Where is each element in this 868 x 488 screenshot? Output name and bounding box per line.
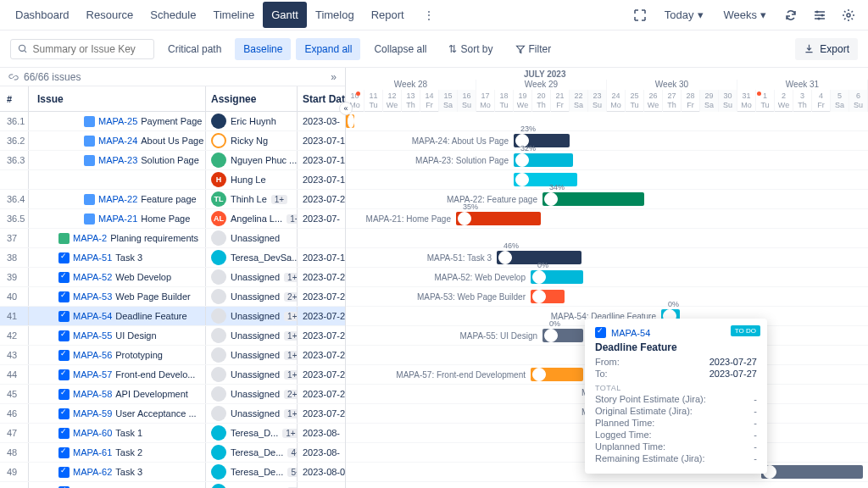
filter-button[interactable]: Filter [507, 38, 560, 60]
col-issue-header[interactable]: Issue [29, 86, 206, 111]
svg-point-0 [816, 10, 819, 13]
table-row[interactable]: HHung Le2023-07-1 [0, 170, 345, 190]
col-assignee-header[interactable]: Assignee [206, 86, 298, 111]
export-button[interactable]: Export [795, 38, 858, 60]
expand-timeline-icon[interactable]: « [339, 102, 353, 115]
table-row[interactable]: 43MAPA-56PrototypingUnassigned1+2023-07-… [0, 346, 345, 365]
tab-schedule[interactable]: Schedule [142, 2, 204, 28]
table-row[interactable]: 50MAPA-63Task 4Teresa_De...6+2023-09- [0, 482, 345, 488]
gantt-bar[interactable]: MAPA-62: task 3 [761, 465, 863, 479]
gantt-bar[interactable]: MAPA-21: Home Page35% [456, 212, 541, 225]
table-row[interactable]: 42MAPA-55UI DesignUnassigned1+2023-07-2 [0, 326, 345, 346]
tooltip-title: Deadline Feature [595, 341, 757, 353]
scale-select[interactable]: Weeks▾ [715, 3, 776, 26]
svg-point-4 [19, 45, 25, 51]
gantt-bar[interactable]: MAPA-22: Feature page34% [542, 192, 644, 206]
issue-count: 66/66 issues [24, 71, 81, 83]
table-row[interactable]: 44MAPA-57Front-end Develo...Unassigned1+… [0, 365, 345, 385]
sliders-icon[interactable] [807, 3, 832, 28]
table-row[interactable]: 40MAPA-53Web Page BuilderUnassigned2+202… [0, 287, 345, 307]
link-icon [8, 72, 19, 82]
gantt-bar[interactable]: MAPA-53: Web Page Builder [531, 290, 565, 303]
collapse-left-icon[interactable]: » [331, 71, 337, 83]
gantt-bar[interactable]: MAPA-55: UI Design0% [542, 329, 583, 342]
critical-path-button[interactable]: Critical path [159, 38, 230, 60]
more-icon[interactable]: ⋮ [416, 3, 442, 28]
search-icon [18, 43, 28, 54]
gantt-chart[interactable]: « JULY 2023 Week 28Week 29Week 30Week 31… [346, 68, 868, 488]
table-row[interactable]: 41MAPA-54Deadline FeatureUnassigned1+202… [0, 307, 345, 326]
table-row[interactable]: 49MAPA-62Task 3Teresa_De...5+2023-08-0 [0, 463, 345, 482]
issue-table: 66/66 issues » # Issue Assignee Start Da… [0, 68, 346, 488]
collapse-all-button[interactable]: Collapse all [365, 38, 435, 60]
timeline-header: JULY 2023 Week 28Week 29Week 30Week 31 1… [346, 68, 868, 112]
tab-resource[interactable]: Resource [78, 2, 142, 28]
table-row[interactable]: 39MAPA-52Web DevelopUnassigned1+2023-07-… [0, 268, 345, 287]
gantt-bar[interactable] [346, 114, 354, 128]
table-row[interactable]: 48MAPA-61Task 2Teresa_De...4+2023-08- [0, 443, 345, 463]
table-row[interactable]: 45MAPA-58API DevelopmentUnassigned2+2023… [0, 385, 345, 404]
status-badge: TO DO [731, 325, 760, 336]
fullscreen-icon[interactable] [627, 3, 653, 28]
table-row[interactable]: 36.5MAPA-21Home PageALAngelina L...1+202… [0, 209, 345, 229]
gantt-bar[interactable]: MAPA-57: Front-end Development [531, 368, 583, 381]
col-start-header[interactable]: Start Date [298, 86, 345, 111]
table-row[interactable]: 37MAPA-2Planing requirementsUnassigned [0, 229, 345, 248]
table-row[interactable]: 36.4MAPA-22Feature pageTLThinh Le1+2023-… [0, 190, 345, 209]
top-tabs-bar: DashboardResourceScheduleTimelineGanttTi… [0, 0, 868, 30]
tab-timelog[interactable]: Timelog [307, 2, 363, 28]
task-tooltip: MAPA-54 TO DO Deadline Feature From:2023… [585, 319, 767, 474]
filter-toolbar: Critical path Baseline Expand all Collap… [0, 30, 868, 68]
tab-dashboard[interactable]: Dashboard [7, 2, 78, 28]
table-row[interactable]: 47MAPA-60Task 1Teresa_D...1+2023-08- [0, 424, 345, 443]
refresh-icon[interactable] [778, 3, 804, 28]
baseline-button[interactable]: Baseline [235, 38, 291, 60]
svg-point-1 [821, 14, 824, 16]
today-button[interactable]: Today▾ [656, 3, 712, 26]
table-row[interactable]: 46MAPA-59User Acceptance ...Unassigned1+… [0, 404, 345, 424]
table-row[interactable]: 38MAPA-51Task 3Teresa_DevSa...2023-07-1 [0, 248, 345, 268]
table-row[interactable]: 36.1MAPA-25Payment PageEric Huynh2023-03… [0, 112, 345, 131]
sort-button[interactable]: ⇅ Sort by [440, 38, 501, 60]
svg-point-2 [818, 17, 821, 19]
table-row[interactable]: 36.2MAPA-24About Us PageRicky Ng2023-07-… [0, 131, 345, 151]
expand-all-button[interactable]: Expand all [296, 38, 360, 60]
search-input[interactable] [10, 39, 154, 59]
gantt-bar[interactable]: MAPA-52: Web Develop0% [531, 270, 583, 284]
svg-point-3 [847, 14, 850, 17]
tab-timeline[interactable]: Timeline [204, 2, 263, 28]
gantt-bar[interactable] [514, 173, 577, 186]
tab-report[interactable]: Report [363, 2, 413, 28]
col-num-header[interactable]: # [0, 86, 29, 111]
gantt-bar[interactable]: MAPA-23: Solution Page32% [514, 153, 573, 167]
gear-icon[interactable] [836, 3, 861, 28]
task-type-icon [595, 327, 606, 338]
table-row[interactable]: 36.3MAPA-23Solution PageNguyen Phuc ...2… [0, 151, 345, 170]
tab-gantt[interactable]: Gantt [263, 2, 307, 28]
